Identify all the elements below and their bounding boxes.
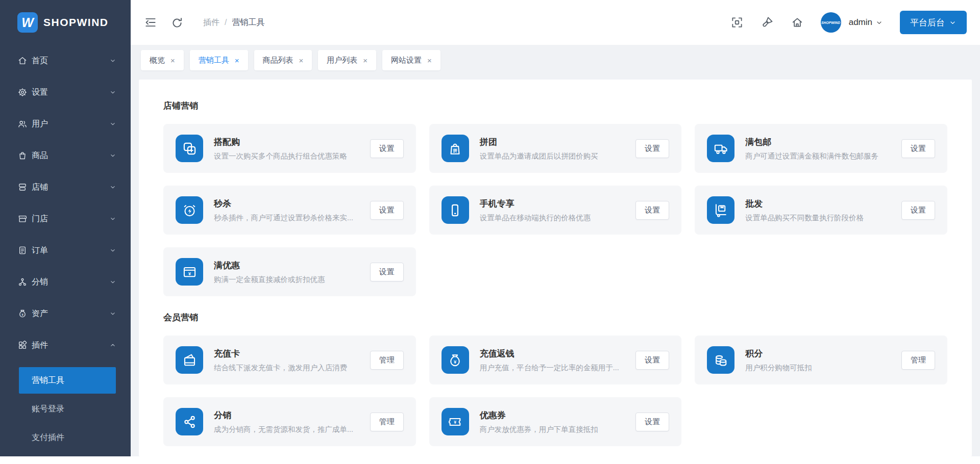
sidebar-item-assets[interactable]: 资产 bbox=[0, 298, 131, 329]
card-text: 充值卡结合线下派发充值卡，激发用户入店消费 bbox=[214, 348, 347, 373]
users-icon bbox=[17, 119, 28, 129]
home-icon[interactable] bbox=[791, 16, 804, 29]
platform-backend-label: 平台后台 bbox=[910, 17, 945, 29]
plugin-icon bbox=[17, 340, 28, 350]
card-action-button[interactable]: 管理 bbox=[370, 351, 404, 370]
user-menu[interactable]: admin bbox=[849, 17, 883, 28]
sidebar-item-orders[interactable]: 订单 bbox=[0, 235, 131, 266]
card-text: 满优惠购满一定金额直接减价或折扣优惠 bbox=[214, 260, 325, 285]
chevron-down-icon bbox=[109, 152, 116, 159]
card-wholesale: 批发设置单品购买不同数量执行阶段价格设置 bbox=[695, 186, 947, 235]
card-coupon: 优惠券商户发放优惠券，用户下单直接抵扣设置 bbox=[429, 397, 682, 446]
card-action-button[interactable]: 设置 bbox=[635, 413, 669, 431]
sidebar-menu: 首页设置用户商品店铺门店订单分销资产插件营销工具账号登录支付插件 bbox=[0, 45, 131, 456]
collapse-sidebar-icon[interactable] bbox=[144, 16, 157, 29]
phone-icon bbox=[442, 196, 469, 224]
sidebar-submenu: 营销工具账号登录支付插件 bbox=[0, 367, 131, 454]
chevron-up-icon bbox=[109, 342, 116, 349]
coupon-icon bbox=[442, 408, 469, 435]
card-title: 充值返钱 bbox=[480, 348, 619, 359]
tab-marketing-tools[interactable]: 营销工具× bbox=[190, 50, 248, 70]
card-free-shipping: 满包邮商户可通过设置满金额和满件数包邮服务设置 bbox=[695, 124, 947, 173]
moneybag-icon bbox=[17, 308, 28, 319]
close-icon[interactable]: × bbox=[299, 57, 304, 64]
sidebar-item-home[interactable]: 首页 bbox=[0, 45, 131, 76]
tab-site-settings[interactable]: 网站设置× bbox=[382, 50, 440, 70]
tab-goods-list[interactable]: 商品列表× bbox=[254, 50, 312, 70]
clear-cache-brush-icon[interactable] bbox=[761, 16, 774, 29]
sidebar-item-distribution[interactable]: 分销 bbox=[0, 266, 131, 298]
card-action-button[interactable]: 设置 bbox=[370, 263, 404, 281]
card-text: 搭配购设置一次购买多个商品执行组合优惠策略 bbox=[214, 136, 347, 161]
card-title: 充值卡 bbox=[214, 348, 347, 359]
card-mobile-exclusive: 手机专享设置单品在移动端执行的价格优惠设置 bbox=[429, 186, 682, 235]
card-action-button[interactable]: 设置 bbox=[635, 201, 669, 220]
section-shop-marketing: 店铺营销搭配购设置一次购买多个商品执行组合优惠策略设置拼团设置单品为邀请成团后以… bbox=[163, 100, 947, 296]
close-icon[interactable]: × bbox=[170, 57, 175, 64]
avatar[interactable]: SHOPWIND bbox=[821, 12, 841, 33]
card-text: 批发设置单品购买不同数量执行阶段价格 bbox=[745, 198, 864, 223]
close-icon[interactable]: × bbox=[363, 57, 368, 64]
card-points: 积分用户积分购物可抵扣管理 bbox=[695, 336, 947, 384]
home-icon bbox=[17, 56, 28, 66]
card-text: 秒杀秒杀插件，商户可通过设置秒杀价格来实... bbox=[214, 198, 353, 223]
card-action-button[interactable]: 管理 bbox=[370, 413, 404, 431]
main-column: 插件 / 营销工具 SHOPWIND admin 平台后台 概览×营销工具×商品 bbox=[131, 0, 980, 456]
sidebar-item-settings[interactable]: 设置 bbox=[0, 76, 131, 108]
username: admin bbox=[849, 17, 872, 28]
bottom-scrollbar-track[interactable] bbox=[0, 456, 980, 464]
card-text: 满包邮商户可通过设置满金额和满件数包邮服务 bbox=[745, 136, 878, 161]
card-cashback: 充值返钱用户充值，平台给予一定比率的金额用于...设置 bbox=[429, 336, 682, 384]
card-distribution: 分销成为分销商，无需货源和发货，推广成单...管理 bbox=[163, 397, 416, 446]
sidebar: W SHOPWIND 首页设置用户商品店铺门店订单分销资产插件营销工具账号登录支… bbox=[0, 0, 131, 456]
refresh-icon[interactable] bbox=[170, 16, 183, 29]
shop-icon bbox=[17, 182, 28, 192]
card-flash-sale: 秒杀秒杀插件，商户可通过设置秒杀价格来实...设置 bbox=[163, 186, 416, 235]
card-action-button[interactable]: 设置 bbox=[370, 139, 404, 158]
card-title: 满包邮 bbox=[745, 136, 878, 148]
coins-icon bbox=[707, 346, 734, 374]
card-description: 设置单品购买不同数量执行阶段价格 bbox=[745, 213, 864, 223]
chevron-down-icon bbox=[109, 310, 116, 317]
card-text: 拼团设置单品为邀请成团后以拼团价购买 bbox=[480, 136, 598, 161]
trolley-icon bbox=[707, 196, 734, 224]
card-title: 分销 bbox=[214, 409, 353, 421]
tab-users-list[interactable]: 用户列表× bbox=[318, 50, 376, 70]
card-action-button[interactable]: 设置 bbox=[635, 351, 669, 370]
sidebar-item-plugins[interactable]: 插件 bbox=[0, 329, 131, 361]
card-description: 用户积分购物可抵扣 bbox=[745, 363, 812, 373]
topbar-actions: SHOPWIND admin 平台后台 bbox=[730, 11, 967, 34]
breadcrumb-current: 营销工具 bbox=[232, 17, 264, 28]
card-action-button[interactable]: 设置 bbox=[901, 139, 935, 158]
card-action-button[interactable]: 管理 bbox=[901, 351, 935, 370]
fullscreen-icon[interactable] bbox=[730, 16, 744, 29]
card-action-button[interactable]: 设置 bbox=[901, 201, 935, 220]
card-description: 用户充值，平台给予一定比率的金额用于... bbox=[480, 363, 619, 373]
sidebar-subitem-marketing-tools[interactable]: 营销工具 bbox=[19, 367, 116, 394]
store-icon bbox=[17, 214, 28, 224]
close-icon[interactable]: × bbox=[235, 57, 239, 64]
card-description: 购满一定金额直接减价或折扣优惠 bbox=[214, 275, 325, 285]
card-description: 商户可通过设置满金额和满件数包邮服务 bbox=[745, 151, 878, 161]
sidebar-item-store[interactable]: 门店 bbox=[0, 203, 131, 235]
sidebar-item-shop[interactable]: 店铺 bbox=[0, 171, 131, 203]
goods-icon bbox=[17, 150, 28, 161]
brand-logo-icon: W bbox=[17, 12, 38, 33]
share-icon bbox=[176, 408, 203, 435]
sidebar-subitem-account-login[interactable]: 账号登录 bbox=[0, 395, 131, 423]
brand-logo[interactable]: W SHOPWIND bbox=[0, 0, 131, 45]
cashbag-icon bbox=[442, 346, 469, 374]
close-icon[interactable]: × bbox=[427, 57, 432, 64]
platform-backend-button[interactable]: 平台后台 bbox=[900, 11, 967, 34]
card-action-button[interactable]: 设置 bbox=[370, 201, 404, 220]
order-icon bbox=[17, 245, 28, 255]
tab-overview[interactable]: 概览× bbox=[141, 50, 184, 70]
card-action-button[interactable]: 设置 bbox=[635, 139, 669, 158]
sidebar-subitem-payment-plugins[interactable]: 支付插件 bbox=[0, 423, 131, 452]
card-recharge-card: 充值卡结合线下派发充值卡，激发用户入店消费管理 bbox=[163, 336, 416, 384]
breadcrumb-parent[interactable]: 插件 bbox=[203, 17, 219, 28]
card-title: 优惠券 bbox=[480, 409, 598, 421]
card-text: 手机专享设置单品在移动端执行的价格优惠 bbox=[480, 198, 591, 223]
sidebar-item-goods[interactable]: 商品 bbox=[0, 140, 131, 171]
sidebar-item-users[interactable]: 用户 bbox=[0, 108, 131, 140]
